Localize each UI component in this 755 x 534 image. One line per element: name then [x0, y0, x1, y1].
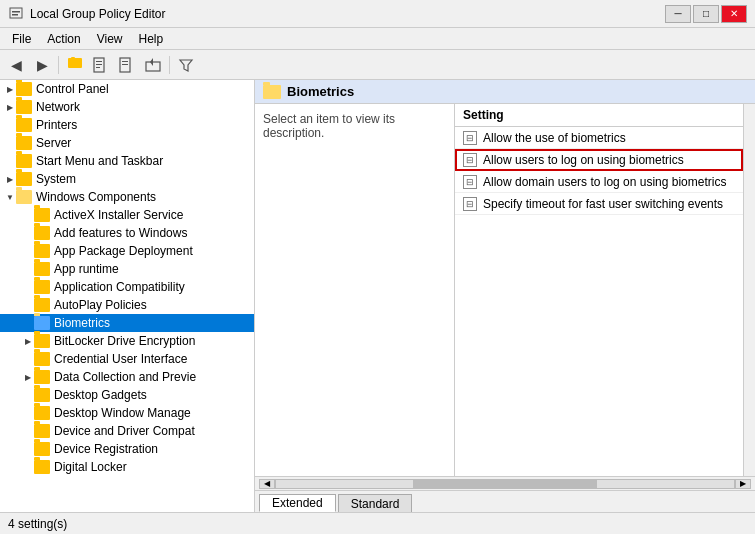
tree-item-bitlocker[interactable]: ▶ BitLocker Drive Encryption	[0, 332, 254, 350]
tree-label: AutoPlay Policies	[54, 298, 147, 312]
tree-panel[interactable]: ▶ Control Panel ▶ Network Printers Serve…	[0, 80, 255, 512]
tree-label: Desktop Window Manage	[54, 406, 191, 420]
tree-item-autoplay[interactable]: AutoPlay Policies	[0, 296, 254, 314]
status-text: 4 setting(s)	[8, 517, 67, 531]
expand-arrow	[22, 206, 34, 224]
show-hide-button[interactable]	[89, 54, 113, 76]
expand-arrow	[4, 134, 16, 152]
folder-icon	[34, 226, 50, 240]
tree-item-device-registration[interactable]: Device Registration	[0, 440, 254, 458]
tree-label: ActiveX Installer Service	[54, 208, 183, 222]
expand-arrow	[22, 278, 34, 296]
tree-item-control-panel[interactable]: ▶ Control Panel	[0, 80, 254, 98]
minimize-button[interactable]: ─	[665, 5, 691, 23]
tree-item-data-collection[interactable]: ▶ Data Collection and Previe	[0, 368, 254, 386]
tree-item-system[interactable]: ▶ System	[0, 170, 254, 188]
setting-label: Allow domain users to log on using biome…	[483, 175, 726, 189]
folder-icon	[34, 262, 50, 276]
setting-row-allow-biometrics[interactable]: ⊟ Allow the use of biometrics	[455, 127, 743, 149]
tree-item-start-menu[interactable]: Start Menu and Taskbar	[0, 152, 254, 170]
menu-action[interactable]: Action	[39, 30, 88, 48]
tree-label: Windows Components	[36, 190, 156, 204]
tree-item-credential-ui[interactable]: Credential User Interface	[0, 350, 254, 368]
forward-button[interactable]: ▶	[30, 54, 54, 76]
menu-file[interactable]: File	[4, 30, 39, 48]
right-content: Select an item to view its description. …	[255, 104, 755, 476]
svg-rect-7	[96, 64, 102, 65]
svg-rect-4	[71, 57, 75, 60]
close-button[interactable]: ✕	[721, 5, 747, 23]
status-bar: 4 setting(s)	[0, 512, 755, 534]
expand-arrow	[22, 242, 34, 260]
folder-icon	[34, 406, 50, 420]
svg-rect-8	[96, 67, 100, 68]
expand-arrow	[22, 422, 34, 440]
main-area: ▶ Control Panel ▶ Network Printers Serve…	[0, 80, 755, 512]
maximize-button[interactable]: □	[693, 5, 719, 23]
expand-arrow	[22, 314, 34, 332]
tree-label: Digital Locker	[54, 460, 127, 474]
expand-arrow	[22, 296, 34, 314]
setting-label: Specify timeout for fast user switching …	[483, 197, 723, 211]
folder-icon	[34, 280, 50, 294]
menu-view[interactable]: View	[89, 30, 131, 48]
description-panel: Select an item to view its description.	[255, 104, 455, 476]
tree-item-digital-locker[interactable]: Digital Locker	[0, 458, 254, 476]
tree-item-network[interactable]: ▶ Network	[0, 98, 254, 116]
menu-bar: File Action View Help	[0, 28, 755, 50]
svg-rect-11	[122, 64, 128, 65]
tab-extended[interactable]: Extended	[259, 494, 336, 512]
right-panel: Biometrics Select an item to view its de…	[255, 80, 755, 512]
header-folder-icon	[263, 85, 281, 99]
h-scroll-right[interactable]: ▶	[735, 479, 751, 489]
folder-icon	[34, 352, 50, 366]
description-text: Select an item to view its description.	[263, 112, 395, 140]
menu-help[interactable]: Help	[131, 30, 172, 48]
tree-label: Start Menu and Taskbar	[36, 154, 163, 168]
bottom-tabs: Extended Standard	[255, 490, 755, 512]
tree-label: System	[36, 172, 76, 186]
tree-item-desktop-window[interactable]: Desktop Window Manage	[0, 404, 254, 422]
tab-standard[interactable]: Standard	[338, 494, 413, 512]
tree-item-app-compat[interactable]: Application Compatibility	[0, 278, 254, 296]
tree-item-activex[interactable]: ActiveX Installer Service	[0, 206, 254, 224]
export-button[interactable]	[141, 54, 165, 76]
tree-item-app-package[interactable]: App Package Deployment	[0, 242, 254, 260]
tree-label: Add features to Windows	[54, 226, 187, 240]
properties-button[interactable]	[115, 54, 139, 76]
right-panel-header: Biometrics	[255, 80, 755, 104]
setting-icon: ⊟	[463, 153, 477, 167]
tree-item-app-runtime[interactable]: App runtime	[0, 260, 254, 278]
tree-item-device-driver[interactable]: Device and Driver Compat	[0, 422, 254, 440]
tree-item-printers[interactable]: Printers	[0, 116, 254, 134]
setting-row-allow-domain-users[interactable]: ⊟ Allow domain users to log on using bio…	[455, 171, 743, 193]
tree-item-windows-components[interactable]: ▼ Windows Components	[0, 188, 254, 206]
setting-row-specify-timeout[interactable]: ⊟ Specify timeout for fast user switchin…	[455, 193, 743, 215]
folder-icon	[34, 424, 50, 438]
h-scroll-left[interactable]: ◀	[259, 479, 275, 489]
tree-item-desktop-gadgets[interactable]: Desktop Gadgets	[0, 386, 254, 404]
tree-item-add-features[interactable]: Add features to Windows	[0, 224, 254, 242]
tree-item-server[interactable]: Server	[0, 134, 254, 152]
tree-label: Control Panel	[36, 82, 109, 96]
filter-button[interactable]	[174, 54, 198, 76]
svg-rect-10	[122, 61, 128, 62]
window-title: Local Group Policy Editor	[30, 7, 665, 21]
setting-row-allow-users-log-on[interactable]: ⊟ Allow users to log on using biometrics	[455, 149, 743, 171]
expand-arrow	[4, 116, 16, 134]
tree-item-biometrics[interactable]: Biometrics	[0, 314, 254, 332]
expand-arrow: ▶	[4, 80, 16, 98]
expand-arrow	[4, 152, 16, 170]
back-button[interactable]: ◀	[4, 54, 28, 76]
expand-arrow	[22, 440, 34, 458]
folder-icon	[34, 208, 50, 222]
up-button[interactable]	[63, 54, 87, 76]
h-scroll-track[interactable]	[275, 479, 735, 489]
folder-icon	[34, 334, 50, 348]
expand-arrow: ▶	[22, 368, 34, 386]
setting-icon: ⊟	[463, 197, 477, 211]
folder-icon	[16, 136, 32, 150]
h-scroll-thumb[interactable]	[413, 480, 596, 488]
tree-label: Device and Driver Compat	[54, 424, 195, 438]
vertical-scrollbar[interactable]	[743, 104, 755, 476]
